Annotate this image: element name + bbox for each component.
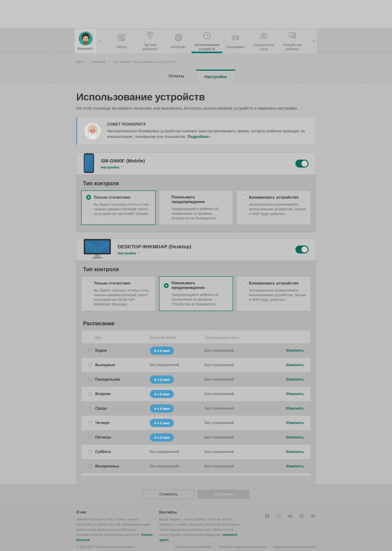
- edit-link[interactable]: Изменить: [286, 435, 304, 439]
- daily-limit-pill[interactable]: 4 ч 0 мин: [150, 390, 174, 398]
- blocked-hours-value: Без ограничений: [205, 406, 274, 411]
- nav-item-internet[interactable]: Интернет: [164, 29, 193, 53]
- schedule-row-saturday: Суббота Без ограничений Без ограничений …: [81, 445, 311, 459]
- facebook-icon[interactable]: [265, 513, 270, 519]
- nav-label: Устройства ребенка: [278, 43, 307, 51]
- nav-item-device-usage[interactable]: Использование устройств: [193, 29, 221, 53]
- schedule-row-weekends: Выходные Без ограничений Без ограничений…: [81, 358, 311, 372]
- day-label: Понедельник: [95, 377, 120, 382]
- edit-link[interactable]: Изменить: [286, 363, 304, 367]
- day-label: Вторник: [95, 392, 111, 396]
- tab-settings[interactable]: Настройки: [196, 70, 235, 83]
- legal-bar: © 2020 АО "Лаборатория Касперского". Усл…: [76, 542, 316, 551]
- device-settings-link[interactable]: Настройки ⌃: [101, 165, 145, 169]
- terms-link[interactable]: Условия использования: [175, 545, 211, 549]
- daily-limit-value: Без ограничений: [150, 464, 205, 468]
- advice-more-link[interactable]: Подробнее: [187, 134, 209, 139]
- radio-icon: [86, 281, 91, 286]
- nav-label: Обзор: [116, 45, 126, 49]
- footer-about-heading: О нас: [76, 510, 153, 514]
- nav-widget: Валерий▾ ‹ Обзор Где мой ребенок?: [74, 29, 317, 53]
- twitter-icon[interactable]: [310, 513, 316, 519]
- edit-link[interactable]: Изменить: [286, 377, 304, 381]
- clock-icon: [203, 31, 211, 41]
- edit-link[interactable]: Изменить: [286, 406, 304, 410]
- device-settings-link[interactable]: Настройки ⌃: [118, 251, 191, 255]
- tab-reports[interactable]: Отчеты: [157, 70, 196, 83]
- clock-icon: [88, 392, 92, 396]
- edit-link[interactable]: Изменить: [286, 421, 304, 425]
- main-content: Использование устройств На этой странице…: [0, 83, 392, 484]
- child-name-label: Валерий: [77, 46, 92, 50]
- daily-limit-pill[interactable]: 4 ч 0 мин: [150, 376, 174, 384]
- action-bar: Отменить Сохранить: [0, 484, 392, 504]
- chevron-right-icon: ›: [210, 135, 211, 139]
- nav-item-social-networks[interactable]: Социальные сети: [250, 29, 278, 53]
- nav-item-overview[interactable]: Обзор: [107, 29, 136, 53]
- radio-icon: [241, 195, 246, 200]
- gamepad-icon: [231, 33, 240, 43]
- help-icon[interactable]: ?: [117, 321, 122, 326]
- edit-link[interactable]: Изменить: [286, 450, 304, 454]
- advice-heading: СОВЕТ ПСИХОЛОГА: [107, 122, 308, 126]
- option-show-warning[interactable]: Показывать предупреждение Предупреждайте…: [159, 276, 233, 311]
- nav-scroll-left[interactable]: ‹: [97, 29, 104, 53]
- nav-item-where-is-child[interactable]: Где мой ребенок?: [136, 29, 164, 53]
- footer-about-text: Узнайте больше о том, кто мы, как мы раб…: [76, 517, 151, 537]
- psychologist-photo: [84, 123, 101, 139]
- youtube-icon[interactable]: [287, 513, 293, 519]
- column-blocked-hours: Запрещенные часы: [205, 335, 274, 340]
- breadcrumb-child[interactable]: Валерий: [91, 60, 106, 64]
- option-title: Только статистика: [94, 195, 130, 200]
- privacy-link[interactable]: Политика конфиденциальности: [218, 545, 266, 549]
- option-block-device[interactable]: Блокировать устройство Автоматически огр…: [236, 276, 311, 311]
- nav-scroll-right[interactable]: ›: [310, 29, 317, 53]
- radio-icon: [164, 197, 169, 202]
- breadcrumb-separator: /: [87, 60, 88, 64]
- data-protection-link[interactable]: Защита полученных данных: [273, 545, 316, 549]
- option-show-warning[interactable]: Показывать предупреждение Предупреждайте…: [159, 190, 233, 225]
- blocked-hours-value: Без ограничений: [205, 392, 274, 396]
- cancel-button[interactable]: Отменить: [143, 490, 194, 499]
- schedule-title-row: Расписание ?: [83, 321, 311, 327]
- device-header: SM-G900F (Mobile) Настройки ⌃: [77, 153, 315, 174]
- clock-icon: [88, 377, 92, 382]
- day-label: Суббота: [95, 450, 111, 454]
- device-enabled-toggle[interactable]: [295, 160, 308, 167]
- daily-limit-pill[interactable]: 4 ч 0 мин: [150, 433, 174, 441]
- social-links: [265, 510, 316, 542]
- device-settings-label: Настройки: [118, 251, 136, 255]
- option-block-device[interactable]: Блокировать устройство Автоматически огр…: [236, 190, 311, 225]
- daily-limit-pill[interactable]: 4 ч 0 мин: [150, 419, 174, 427]
- edit-link[interactable]: Изменить: [286, 464, 304, 468]
- breadcrumb-separator: /: [109, 60, 110, 64]
- day-label: Среда: [95, 406, 107, 411]
- option-description: Вы будете получать отчеты о том, сколько…: [94, 202, 151, 216]
- instagram-icon[interactable]: [276, 513, 281, 519]
- child-selector[interactable]: Валерий▾: [74, 29, 97, 53]
- nav-item-applications[interactable]: Программы: [221, 29, 250, 53]
- daily-limit-pill[interactable]: 4 ч 0 мин: [150, 347, 174, 355]
- edit-link[interactable]: Изменить: [286, 349, 304, 352]
- option-statistics-only[interactable]: Только статистика Вы будете получать отч…: [81, 276, 156, 311]
- option-title: Показывать предупреждение: [171, 281, 228, 290]
- option-statistics-only[interactable]: Только статистика Вы будете получать отч…: [81, 190, 156, 225]
- edit-link[interactable]: Изменить: [286, 392, 304, 396]
- schedule-row-friday: Пятница 4 ч 0 мин Без ограничений Измени…: [81, 430, 311, 445]
- schedule-row-sunday: Воскресенье Без ограничений Без ограниче…: [81, 459, 311, 474]
- blocked-hours-value: Без ограничений: [205, 421, 274, 425]
- blocked-hours-value: Без ограничений: [205, 435, 274, 439]
- nav-item-child-devices[interactable]: Устройства ребенка: [278, 29, 307, 53]
- breadcrumb-children[interactable]: Дети: [76, 60, 84, 64]
- linkedin-icon[interactable]: [299, 513, 304, 519]
- daily-limit-pill[interactable]: 4 ч 0 мин: [150, 405, 174, 413]
- save-button[interactable]: Сохранить: [198, 490, 249, 499]
- device-name: DESKTOP-9HKMGAP (Desktop): [118, 244, 191, 250]
- radio-icon: [241, 281, 246, 286]
- device-enabled-toggle[interactable]: [295, 245, 308, 253]
- nav-label: Использование устройств: [193, 43, 221, 51]
- breadcrumb-zone: Дети / Валерий / Настройки "Использовани…: [0, 53, 392, 83]
- day-label: Будни: [95, 349, 107, 353]
- control-type-options: Только статистика Вы будете получать отч…: [81, 190, 311, 225]
- day-label: Выходные: [95, 363, 115, 367]
